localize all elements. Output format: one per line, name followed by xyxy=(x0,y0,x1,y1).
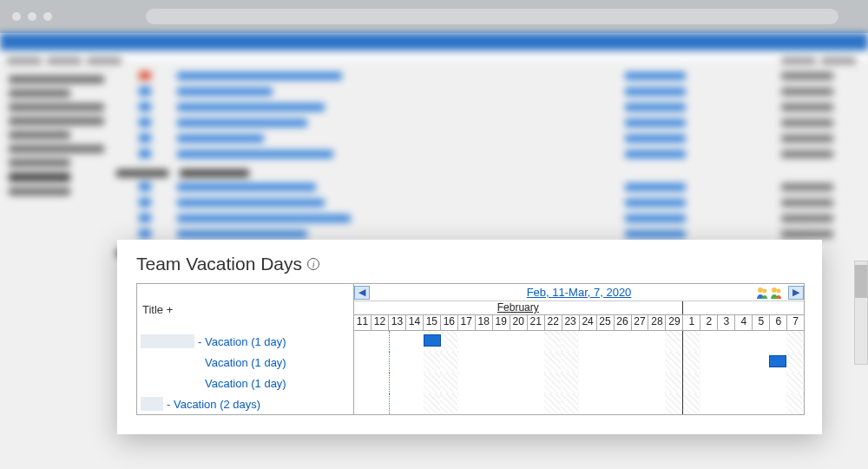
date-range-label[interactable]: Feb, 11-Mar, 7, 2020 xyxy=(370,286,788,299)
gantt-cell xyxy=(544,393,562,414)
gantt-cell xyxy=(562,373,579,393)
gantt-cell xyxy=(579,373,596,393)
gantt-cell xyxy=(718,373,735,393)
day-header-cell: 29 xyxy=(666,315,683,331)
gantt-cell xyxy=(407,393,424,414)
scrollbar[interactable] xyxy=(854,261,868,365)
gantt-cell xyxy=(682,393,700,414)
gantt-cell xyxy=(424,373,441,393)
day-header-cell: 19 xyxy=(493,315,510,331)
gantt-cell xyxy=(407,352,424,373)
gantt-cell xyxy=(735,393,753,414)
row-title-cell: - Vacation (2 days) xyxy=(137,393,354,414)
gantt-cell xyxy=(493,393,510,414)
prev-button[interactable]: ◀ xyxy=(354,286,370,300)
window-dot xyxy=(43,12,52,21)
gantt-cell xyxy=(579,393,596,414)
gantt-cell xyxy=(476,373,493,393)
gantt-body: - Vacation (1 day)Vacation (1 day)Vacati… xyxy=(137,331,804,414)
panel-title: Team Vacation Days i xyxy=(136,254,805,274)
day-header-cell: 16 xyxy=(441,315,458,331)
gantt-cell xyxy=(579,352,596,373)
address-bar[interactable] xyxy=(146,9,838,24)
people-icons[interactable] xyxy=(755,286,783,300)
day-header-cell: 3 xyxy=(718,315,735,331)
gantt-cell xyxy=(596,331,614,352)
gantt-cell xyxy=(769,393,786,414)
gantt-cell xyxy=(458,373,476,393)
gantt-cell xyxy=(389,373,407,393)
gantt-cell xyxy=(752,331,769,352)
gantt-cell xyxy=(372,352,389,373)
gantt-cell xyxy=(752,373,769,393)
next-button[interactable]: ▶ xyxy=(788,286,804,300)
gantt-cell xyxy=(648,393,665,414)
gantt-cell xyxy=(631,373,648,393)
vacation-bar[interactable] xyxy=(769,355,786,367)
browser-chrome xyxy=(0,0,868,33)
month-label-left[interactable]: February xyxy=(354,301,683,314)
svg-point-3 xyxy=(777,288,781,293)
gantt-cell xyxy=(510,373,528,393)
gantt-cell xyxy=(527,331,544,352)
scroll-thumb[interactable] xyxy=(855,265,867,298)
gantt-cell xyxy=(407,373,424,393)
info-icon[interactable]: i xyxy=(307,258,319,270)
svg-point-0 xyxy=(758,287,763,293)
gantt-cell xyxy=(752,393,769,414)
gantt-cell xyxy=(493,352,510,373)
gantt-cell xyxy=(510,331,528,352)
title-column-header[interactable]: Title + xyxy=(137,284,354,331)
gantt-lane xyxy=(354,393,804,414)
day-header-cell: 12 xyxy=(372,315,389,331)
gantt-cell xyxy=(682,352,700,373)
gantt-cell xyxy=(769,373,786,393)
gantt-row: - Vacation (1 day) xyxy=(137,331,804,352)
row-title-link[interactable]: Vacation (1 day) xyxy=(141,377,286,390)
month-row: February xyxy=(354,301,804,315)
day-header-cell: 4 xyxy=(735,315,753,331)
gantt-cell xyxy=(527,352,544,373)
gantt-cell xyxy=(354,352,372,373)
gantt-cell xyxy=(786,373,804,393)
gantt-cell xyxy=(424,352,441,373)
day-header-cell: 5 xyxy=(753,315,770,331)
day-header-cell: 7 xyxy=(787,315,804,331)
gantt-cell xyxy=(700,393,718,414)
panel-title-text: Team Vacation Days xyxy=(136,254,302,274)
gantt-cell xyxy=(648,352,665,373)
gantt-cell xyxy=(752,352,769,373)
svg-point-2 xyxy=(772,287,777,293)
day-header-cell: 18 xyxy=(476,315,493,331)
gantt-cell xyxy=(441,393,458,414)
row-title-cell: Vacation (1 day) xyxy=(137,352,354,373)
gantt-cell xyxy=(631,393,648,414)
gantt-cell xyxy=(424,393,441,414)
gantt-cell xyxy=(614,393,631,414)
row-title-link[interactable]: - Vacation (2 days) xyxy=(167,398,260,411)
gantt-cell xyxy=(562,393,579,414)
day-header-cell: 21 xyxy=(528,315,545,331)
gantt-cell xyxy=(510,352,528,373)
gantt-cell xyxy=(665,331,682,352)
day-header-cell: 1 xyxy=(683,315,700,331)
person-icon xyxy=(769,286,783,300)
gantt-cell xyxy=(527,373,544,393)
day-header-cell: 24 xyxy=(580,315,597,331)
gantt-cell xyxy=(665,393,682,414)
day-header-cell: 22 xyxy=(545,315,562,331)
gantt-cell xyxy=(648,373,665,393)
gantt-cell xyxy=(786,352,804,373)
svg-point-1 xyxy=(763,288,767,293)
gantt-cell xyxy=(700,331,718,352)
row-title-link[interactable]: - Vacation (1 day) xyxy=(198,335,286,348)
row-title-link[interactable]: Vacation (1 day) xyxy=(141,356,286,369)
gantt-cell xyxy=(700,373,718,393)
gantt-cell xyxy=(614,331,631,352)
gantt-cell xyxy=(682,373,700,393)
vacation-bar[interactable] xyxy=(424,334,441,347)
gantt-cell xyxy=(476,393,493,414)
month-label-right xyxy=(683,301,804,314)
gantt-cell xyxy=(614,352,631,373)
gantt-cell xyxy=(372,331,389,352)
